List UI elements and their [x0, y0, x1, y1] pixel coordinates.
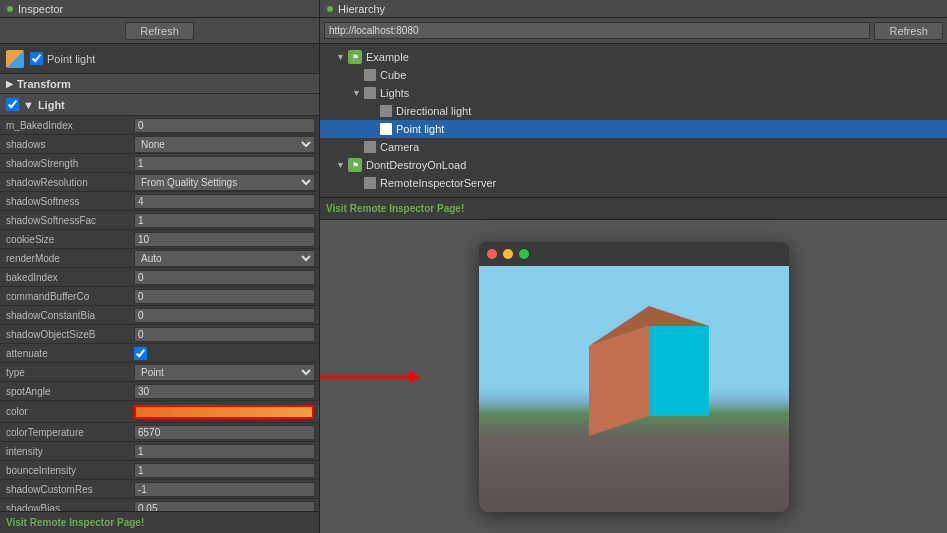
tree-item-directional-light[interactable]: Directional light [320, 102, 947, 120]
prop-input-bakedindex[interactable] [134, 270, 315, 285]
prop-input-shadowstrength[interactable] [134, 156, 315, 171]
inspector-remote-link[interactable]: Remote Inspector Page [30, 517, 141, 528]
tree-item-camera[interactable]: Camera [320, 138, 947, 156]
prop-input-bounceintensity[interactable] [134, 463, 315, 478]
prop-label-bakedindex: bakedIndex [0, 272, 130, 283]
prop-row-shadowsoftnessfac: shadowSoftnessFac [0, 211, 319, 230]
prop-input-commandbufferco[interactable] [134, 289, 315, 304]
tree-item-dontdestroy[interactable]: ▼ ⚑ DontDestroyOnLoad [320, 156, 947, 174]
prop-select-shadows[interactable]: None [134, 136, 315, 153]
prop-label-shadowstrength: shadowStrength [0, 158, 130, 169]
prop-label-commandbufferco: commandBufferCo [0, 291, 130, 302]
prop-input-intensity[interactable] [134, 444, 315, 459]
prop-value-shadowstrength [130, 156, 319, 171]
prop-label-spotangle: spotAngle [0, 386, 130, 397]
prop-input-colortemperature[interactable] [134, 425, 315, 440]
prop-input-m-bakedindex[interactable] [134, 118, 315, 133]
prop-label-shadowobjectsizeb: shadowObjectSizeB [0, 329, 130, 340]
cube-icon [364, 69, 376, 81]
inspector-bottom-text[interactable]: Visit Remote Inspector Page! [6, 517, 144, 528]
light-label: Light [38, 99, 65, 111]
inspector-header: Inspector [0, 0, 319, 18]
hierarchy-url-bar: Refresh [320, 18, 947, 44]
prop-input-shadowbias[interactable] [134, 501, 315, 512]
prop-label-cookiesize: cookieSize [0, 234, 130, 245]
hierarchy-header: Hierarchy [320, 0, 947, 18]
window-maximize-button[interactable] [519, 249, 529, 259]
color-picker-bar[interactable] [134, 405, 314, 419]
scene-3d-view [479, 266, 789, 512]
object-header: Point light [0, 44, 319, 74]
prop-label-colortemperature: colorTemperature [0, 427, 130, 438]
prop-label-rendermode: renderMode [0, 253, 130, 264]
scene-view-panel [320, 220, 947, 533]
prop-select-rendermode[interactable]: Auto [134, 250, 315, 267]
prop-label-color: color [0, 406, 130, 417]
dontdestroy-arrow: ▼ [336, 160, 348, 170]
tree-item-point-light[interactable]: Point light [320, 120, 947, 138]
right-panels: Hierarchy Refresh ▼ ⚑ Example [320, 0, 947, 533]
object-name: Point light [47, 53, 95, 65]
prop-input-spotangle[interactable] [134, 384, 315, 399]
prop-input-shadowobjectsizeb[interactable] [134, 327, 315, 342]
prop-value-shadowsoftnessfac [130, 213, 319, 228]
prop-checkbox-attenuate[interactable] [134, 347, 147, 360]
pointlight-icon [380, 123, 392, 135]
light-enabled-checkbox[interactable] [6, 98, 19, 111]
prop-input-shadowsoftness[interactable] [134, 194, 315, 209]
prop-value-type: Point [130, 364, 319, 381]
hierarchy-refresh-button[interactable]: Refresh [874, 22, 943, 40]
prop-value-shadowconstantbia [130, 308, 319, 323]
prop-input-shadowcustomres[interactable] [134, 482, 315, 497]
cube-face-right [649, 326, 709, 416]
hierarchy-status-dot [326, 5, 334, 13]
tree-item-lights[interactable]: ▼ Lights [320, 84, 947, 102]
inspector-panel: Inspector Refresh Point light ▶ Transfor… [0, 0, 320, 533]
prop-row-spotangle: spotAngle [0, 382, 319, 401]
tree-item-remoteinspector[interactable]: RemoteInspectorServer [320, 174, 947, 192]
red-arrow-svg [320, 367, 420, 387]
tree-item-example[interactable]: ▼ ⚑ Example [320, 48, 947, 66]
prop-input-cookiesize[interactable] [134, 232, 315, 247]
prop-row-shadowstrength: shadowStrength [0, 154, 319, 173]
transform-label: Transform [17, 78, 71, 90]
prop-label-m-bakedindex: m_BakedIndex [0, 120, 130, 131]
inspector-refresh-button[interactable]: Refresh [125, 22, 194, 40]
camera-icon [364, 141, 376, 153]
object-checkbox-label[interactable]: Point light [30, 52, 95, 65]
prop-row-cookiesize: cookieSize [0, 230, 319, 249]
example-icon: ⚑ [348, 50, 362, 64]
cube-svg [559, 296, 719, 456]
prop-select-shadowresolution[interactable]: From Quality Settings [134, 174, 315, 191]
window-minimize-button[interactable] [503, 249, 513, 259]
inspector-title: Inspector [18, 3, 63, 15]
prop-select-type[interactable]: Point [134, 364, 315, 381]
prop-value-shadowsoftness [130, 194, 319, 209]
eyedropper-button[interactable]: ✎ [318, 405, 319, 419]
hierarchy-remote-link[interactable]: Remote Inspector Page [350, 203, 461, 214]
object-enabled-checkbox[interactable] [30, 52, 43, 65]
prop-input-shadowsoftnessfac[interactable] [134, 213, 315, 228]
window-close-button[interactable] [487, 249, 497, 259]
tree-label-cube: Cube [380, 69, 406, 81]
hierarchy-url-input[interactable] [324, 22, 870, 39]
prop-label-type: type [0, 367, 130, 378]
prop-row-bakedindex: bakedIndex [0, 268, 319, 287]
prop-value-shadowcustomres [130, 482, 319, 497]
lights-arrow: ▼ [352, 88, 364, 98]
prop-input-shadowconstantbia[interactable] [134, 308, 315, 323]
hierarchy-title: Hierarchy [338, 3, 385, 15]
hierarchy-bottom-text[interactable]: Visit Remote Inspector Page! [326, 203, 464, 214]
hierarchy-bottom-bar: Visit Remote Inspector Page! [320, 197, 947, 219]
inspector-refresh-bar: Refresh [0, 18, 319, 44]
prop-label-intensity: intensity [0, 446, 130, 457]
prop-row-shadowobjectsizeb: shadowObjectSizeB [0, 325, 319, 344]
prop-value-shadowresolution: From Quality Settings [130, 174, 319, 191]
tree-label-lights: Lights [380, 87, 409, 99]
tree-item-cube[interactable]: Cube [320, 66, 947, 84]
tree-label-directional-light: Directional light [396, 105, 471, 117]
prop-value-commandbufferco [130, 289, 319, 304]
tree-label-camera: Camera [380, 141, 419, 153]
prop-label-shadowbias: shadowBias [0, 503, 130, 512]
transform-section-header[interactable]: ▶ Transform [0, 74, 319, 94]
